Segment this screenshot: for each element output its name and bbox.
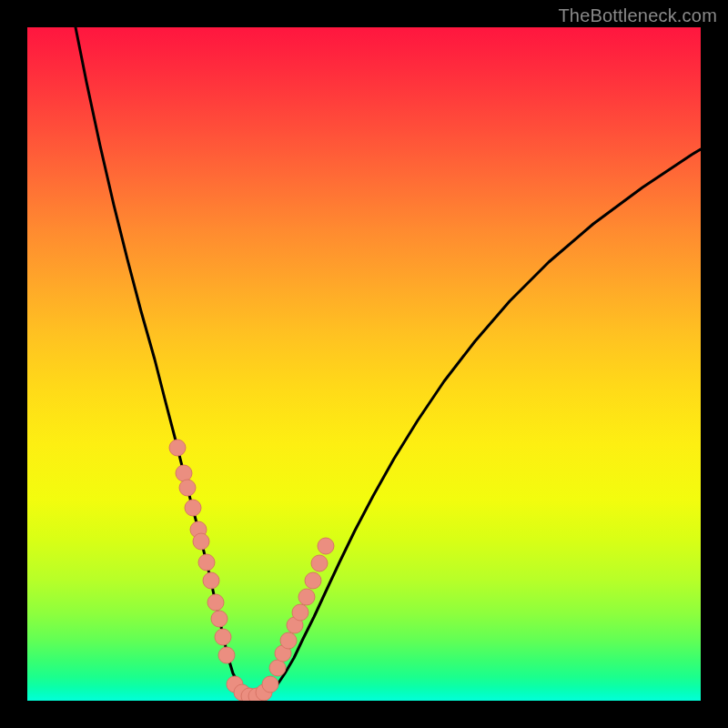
data-dot: [207, 594, 224, 611]
data-dot: [203, 572, 219, 589]
data-dot: [193, 533, 209, 550]
data-dot: [298, 589, 315, 605]
chart-frame: TheBottleneck.com: [0, 0, 728, 728]
chart-svg: [27, 27, 701, 701]
data-dot: [318, 538, 334, 554]
data-dot: [179, 480, 196, 496]
data-dot: [311, 555, 328, 571]
data-dot: [269, 660, 286, 676]
bottleneck-curve: [76, 27, 701, 696]
data-dot: [218, 647, 235, 663]
data-dot: [280, 632, 297, 649]
data-dot: [292, 604, 308, 621]
data-dot: [215, 629, 231, 645]
data-dot: [176, 465, 192, 481]
plot-area: [27, 27, 701, 701]
data-dot: [211, 611, 228, 627]
data-dot: [185, 500, 201, 516]
data-dot: [262, 676, 278, 693]
data-dot: [169, 440, 186, 456]
data-dot: [305, 572, 321, 589]
data-dot: [198, 554, 215, 571]
watermark-label: TheBottleneck.com: [558, 5, 717, 26]
